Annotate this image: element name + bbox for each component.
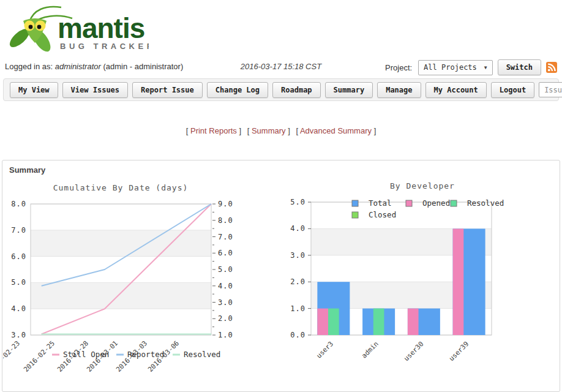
mantis-page: mantis BUG TRACKER Logged in as: adminis… [0,0,562,392]
nav-change-log-button[interactable]: Change Log [207,82,268,98]
svg-text:user39: user39 [448,340,470,363]
nav-manage-button[interactable]: Manage [377,82,421,98]
svg-text:4.0: 4.0 [11,304,26,313]
svg-text:Reported: Reported [127,350,164,359]
logo[interactable]: mantis BUG TRACKER [5,2,149,56]
svg-text:1.0: 1.0 [290,304,305,313]
by-developer-chart: By Developer0.01.02.03.04.05.0user3admin… [282,179,562,392]
svg-text:Closed: Closed [369,210,396,219]
svg-text:9.0: 9.0 [218,200,233,208]
svg-text:4.0: 4.0 [290,224,305,233]
svg-text:Resolved: Resolved [184,350,220,359]
panel-title: Summary [9,165,45,175]
nav-report-issue-button[interactable]: Report Issue [132,82,203,98]
svg-text:Total: Total [369,198,392,208]
cumulative-by-date-chart: Cumulative By Date (days)3.04.05.06.07.0… [3,179,280,392]
chevron-down-icon: ▼ [484,65,487,70]
svg-text:7.0: 7.0 [218,233,233,241]
svg-text:8.0: 8.0 [218,216,233,225]
nav-view-issues-button[interactable]: View Issues [62,82,128,98]
svg-text:3.0: 3.0 [11,331,26,339]
brand-subtitle: BUG TRACKER [60,42,149,51]
nav-my-account-button[interactable]: My Account [425,82,487,98]
svg-text:user30: user30 [402,340,425,363]
svg-text:Resolved: Resolved [467,198,504,208]
project-label: Project: [385,63,412,72]
main-nav: My View View Issues Report Issue Change … [3,78,559,101]
svg-text:5.0: 5.0 [218,265,233,274]
project-switcher: Project: All Projects ▼ Switch [385,59,557,75]
svg-text:6.0: 6.0 [218,249,233,257]
svg-text:1.0: 1.0 [218,331,233,339]
svg-text:Opened: Opened [422,198,450,208]
svg-text:8.0: 8.0 [11,200,26,208]
svg-text:admin: admin [360,340,380,360]
quick-links: [ Print Reports ] [ Summary ] [ Advanced… [0,126,562,135]
link-print-reports[interactable]: Print Reports [190,126,237,135]
link-summary[interactable]: Summary [252,126,286,135]
svg-text:5.0: 5.0 [11,278,26,287]
svg-text:3.0: 3.0 [290,251,305,260]
svg-text:Still Open: Still Open [63,350,109,359]
svg-text:7.0: 7.0 [11,226,26,235]
project-select[interactable]: All Projects ▼ [418,60,493,75]
nav-my-view-button[interactable]: My View [10,82,58,98]
svg-text:2.0: 2.0 [218,314,233,323]
svg-text:By Developer: By Developer [390,181,455,190]
project-select-value: All Projects [424,63,477,72]
nav-roadmap-button[interactable]: Roadmap [272,82,321,98]
svg-text:2016-02-23: 2016-02-23 [3,339,21,374]
link-advanced-summary[interactable]: Advanced Summary [300,126,372,135]
issue-number-input[interactable] [539,82,562,97]
svg-text:3.0: 3.0 [218,298,233,307]
nav-summary-button[interactable]: Summary [325,82,373,98]
mantis-logo-graphic: mantis BUG TRACKER [5,2,149,54]
switch-button[interactable]: Switch [498,59,541,75]
brand-text: mantis [58,12,144,44]
nav-logout-button[interactable]: Logout [491,82,534,98]
svg-text:user3: user3 [315,340,335,360]
svg-text:Cumulative By Date (days): Cumulative By Date (days) [53,183,189,192]
rss-icon[interactable] [546,62,557,73]
svg-text:0.0: 0.0 [290,331,305,339]
login-bar: Logged in as: administrator (admin - adm… [0,59,562,74]
svg-text:5.0: 5.0 [290,198,305,206]
svg-text:2.0: 2.0 [290,277,305,286]
svg-text:4.0: 4.0 [218,282,233,290]
svg-text:6.0: 6.0 [11,252,26,261]
svg-text:2016-02-25: 2016-02-25 [22,339,56,374]
